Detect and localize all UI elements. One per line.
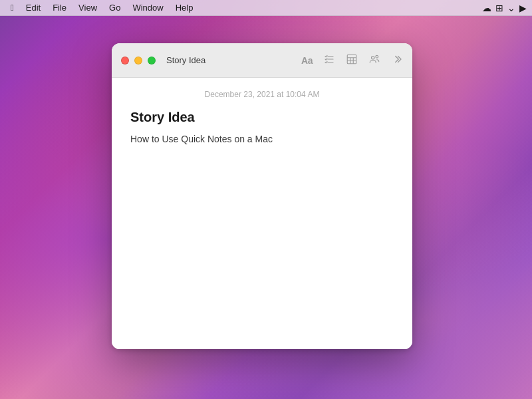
checklist-icon[interactable] — [323, 53, 335, 67]
table-icon[interactable] — [346, 53, 358, 67]
svg-point-9 — [376, 55, 378, 58]
maximize-button[interactable] — [148, 57, 156, 65]
format-text-icon[interactable]: Aa — [301, 56, 313, 65]
note-body: Story Idea How to Use Quick Notes on a M… — [112, 108, 412, 146]
note-content-area[interactable]: December 23, 2021 at 10:04 AM Story Idea… — [112, 78, 412, 349]
menubar-right: ☁ ⊞ ⌄ ▶ — [482, 3, 527, 13]
svg-point-8 — [372, 57, 375, 60]
toolbar-icons: Aa — [301, 53, 403, 67]
menubar-help[interactable]: Help — [170, 1, 199, 14]
chevron-icon: ⌄ — [507, 3, 515, 13]
menubar-edit[interactable]: Edit — [21, 1, 46, 14]
cloud-icon: ☁ — [482, 3, 491, 13]
window-titlebar: Story Idea Aa — [112, 43, 412, 78]
menubar-view[interactable]: View — [73, 1, 102, 14]
menubar-apple[interactable]:  — [5, 1, 19, 14]
menubar-go[interactable]: Go — [104, 1, 126, 14]
note-date: December 23, 2021 at 10:04 AM — [112, 90, 412, 99]
note-title: Story Idea — [130, 108, 394, 126]
minimize-button[interactable] — [134, 57, 142, 65]
grid-icon: ⊞ — [495, 3, 503, 13]
menubar-window[interactable]: Window — [127, 1, 168, 14]
menubar:  Edit File View Go Window Help ☁ ⊞ ⌄ ▶ — [0, 0, 532, 16]
notes-window: Story Idea Aa — [112, 43, 412, 349]
menubar-file[interactable]: File — [47, 1, 72, 14]
control-icon: ▶ — [519, 3, 527, 13]
note-body-text: How to Use Quick Notes on a Mac — [130, 132, 394, 146]
close-button[interactable] — [121, 57, 129, 65]
window-title: Story Idea — [166, 55, 205, 65]
svg-rect-3 — [347, 55, 356, 64]
share-icon[interactable] — [368, 53, 380, 67]
sidebar-toggle-icon[interactable] — [391, 53, 403, 67]
menubar-items:  Edit File View Go Window Help — [5, 1, 198, 14]
traffic-lights — [121, 57, 156, 65]
